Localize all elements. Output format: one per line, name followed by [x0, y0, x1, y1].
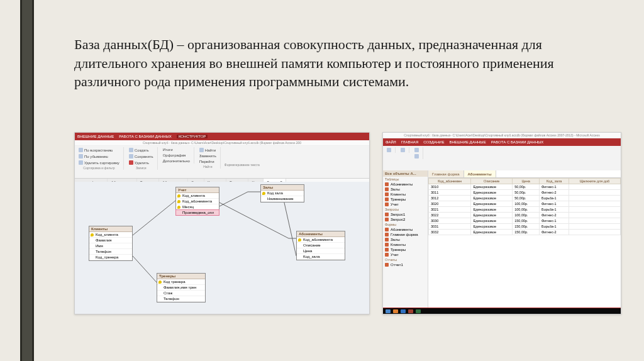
field-key[interactable]: Код_абонемента: [297, 237, 345, 243]
cell[interactable]: Единоразовое: [471, 184, 513, 190]
cell[interactable]: Единоразовое: [471, 201, 513, 207]
field[interactable]: Наименование: [261, 196, 304, 202]
cell[interactable]: 50,00р.: [513, 196, 540, 201]
ribbon-btn[interactable]: Удалить сортировку: [77, 160, 121, 165]
cell[interactable]: Единоразовое: [471, 230, 513, 235]
cell[interactable]: 3022: [429, 213, 471, 218]
ribbon-btn[interactable]: Создать: [128, 147, 155, 153]
field[interactable]: Фамилия: [89, 238, 132, 243]
field-key[interactable]: Код_клиента: [176, 193, 219, 199]
cell[interactable]: [569, 196, 621, 201]
sheet-tab[interactable]: Главная форма: [428, 170, 464, 177]
ribbon-btn[interactable]: [386, 147, 392, 153]
sheet-tab-active[interactable]: Абонементы: [464, 170, 496, 177]
field[interactable]: Фамилия,имя трен: [157, 285, 205, 291]
cell[interactable]: 100,00р.: [513, 213, 540, 218]
ribbon-btn[interactable]: Перейти: [198, 159, 218, 164]
ribbon-btn[interactable]: [399, 147, 406, 153]
datagrid[interactable]: Код_абонеменОписаниеЦенаКод_залаЩелкните…: [428, 178, 621, 235]
cell[interactable]: Единоразовое: [471, 224, 513, 230]
field[interactable]: Стаж: [157, 291, 205, 296]
field[interactable]: Телефон: [157, 296, 205, 302]
menu-item[interactable]: ВНЕШНИЕ ДАННЫЕ: [77, 135, 114, 138]
column-header[interactable]: Цена: [513, 179, 540, 184]
table-abonementy[interactable]: Абонементы Код_абонемента Описание Цена …: [296, 231, 345, 260]
field[interactable]: Цена: [297, 248, 345, 254]
cell[interactable]: Борьба-1: [540, 196, 569, 201]
field[interactable]: Описание: [297, 243, 345, 248]
nav-item[interactable]: Отчет1: [383, 262, 428, 267]
cell[interactable]: 100,00р.: [513, 207, 540, 213]
cell[interactable]: Фитнес-2: [540, 213, 569, 218]
cell[interactable]: Единоразовое: [471, 196, 513, 201]
table-row[interactable]: 3012Единоразовое50,00р.Борьба-1: [429, 196, 621, 201]
nav-header[interactable]: Все объекты A...: [383, 170, 428, 177]
nav-item[interactable]: Учет: [383, 252, 428, 257]
menu-item[interactable]: СОЗДАНИЕ: [423, 140, 444, 144]
ribbon-btn[interactable]: Найти: [198, 147, 218, 153]
cell[interactable]: 3030: [429, 218, 471, 224]
table-zaly[interactable]: Залы Код зала Наименование: [260, 184, 304, 203]
field[interactable]: Имя: [89, 243, 132, 249]
ribbon-btn[interactable]: Заменить: [198, 153, 218, 158]
nav-item[interactable]: Тренеры: [383, 247, 428, 252]
field-key[interactable]: Код_абонемента: [176, 199, 219, 204]
menu-item-active[interactable]: КОНСТРУКТОР: [177, 135, 208, 138]
cell[interactable]: Единоразовое: [471, 207, 513, 213]
nav-item[interactable]: Тренеры: [383, 197, 428, 202]
taskbar-item[interactable]: [401, 309, 406, 313]
table-uchet[interactable]: Учет Код_клиента Код_абонемента Месяц Пр…: [175, 187, 219, 216]
cell[interactable]: 50,00р.: [513, 184, 540, 190]
field-selected[interactable]: Произведена_опл: [175, 209, 219, 216]
cell[interactable]: 3010: [429, 184, 471, 190]
cell[interactable]: [569, 201, 621, 207]
menu-item[interactable]: РАБОТА С БАЗАМИ ДАННЫХ: [119, 135, 172, 138]
nav-item[interactable]: Запрос1: [383, 212, 428, 217]
ribbon-btn[interactable]: По убыванию: [77, 153, 121, 159]
table-klienty[interactable]: Клиенты Код_клиента Фамилия Имя Телефон …: [89, 226, 133, 261]
cell[interactable]: 100,00р.: [513, 201, 540, 207]
cell[interactable]: 150,00р.: [513, 218, 540, 224]
taskbar-item[interactable]: [408, 309, 413, 313]
field-key[interactable]: Код_клиента: [89, 232, 132, 238]
field-key[interactable]: Код тренера: [157, 279, 205, 285]
menu-item[interactable]: РАБОТА С БАЗАМИ ДАННЫХ: [491, 140, 544, 144]
windows-taskbar[interactable]: [383, 308, 621, 314]
cell[interactable]: Фитнес-1: [540, 218, 569, 224]
table-row[interactable]: 3021Единоразовое100,00р.Борьба-1: [429, 207, 621, 213]
nav-group-label[interactable]: Отчеты: [383, 257, 428, 262]
cell[interactable]: 150,00р.: [513, 230, 540, 235]
navigation-pane[interactable]: Все объекты A... ТаблицыАбонементыЗалыКл…: [383, 170, 428, 308]
cell[interactable]: [569, 190, 621, 196]
nav-item[interactable]: Клиенты: [383, 192, 428, 197]
nav-group-label[interactable]: Запросы: [383, 207, 428, 212]
cell[interactable]: Борьба-1: [540, 224, 569, 230]
nav-group-label[interactable]: Таблицы: [383, 177, 428, 182]
table-row[interactable]: 3032Единоразовое150,00р.Фитнес-2: [429, 230, 621, 235]
taskbar-item[interactable]: [393, 309, 398, 313]
cell[interactable]: Единоразовое: [471, 190, 513, 196]
cell[interactable]: [569, 213, 621, 218]
column-header[interactable]: Код_зала: [540, 179, 569, 184]
ribbon-btn[interactable]: [413, 147, 420, 153]
field[interactable]: Код_зала: [297, 254, 345, 260]
cell[interactable]: Единоразовое: [471, 218, 513, 224]
cell[interactable]: 3031: [429, 224, 471, 230]
column-header[interactable]: Щелкните для доб: [569, 179, 621, 184]
ribbon-btn[interactable]: По возрастанию: [77, 147, 121, 153]
cell[interactable]: 150,00р.: [513, 224, 540, 230]
column-header[interactable]: Код_абонемен: [429, 179, 471, 184]
cell[interactable]: 3021: [429, 207, 471, 213]
taskbar-item[interactable]: [386, 309, 391, 313]
ribbon-btn[interactable]: Орфография: [162, 153, 191, 158]
cell[interactable]: [569, 207, 621, 213]
nav-item[interactable]: Клиенты: [383, 242, 428, 247]
ribbon-btn[interactable]: [413, 153, 420, 159]
ribbon-btn[interactable]: Итоги: [162, 147, 191, 152]
nav-group-label[interactable]: Формы: [383, 222, 428, 227]
ribbon-btn[interactable]: Удалить: [128, 160, 155, 165]
cell[interactable]: Фитнес-2: [540, 230, 569, 235]
nav-item[interactable]: Абонементы: [383, 227, 428, 232]
nav-item[interactable]: Залы: [383, 187, 428, 192]
field[interactable]: Код_тренера: [89, 255, 132, 260]
